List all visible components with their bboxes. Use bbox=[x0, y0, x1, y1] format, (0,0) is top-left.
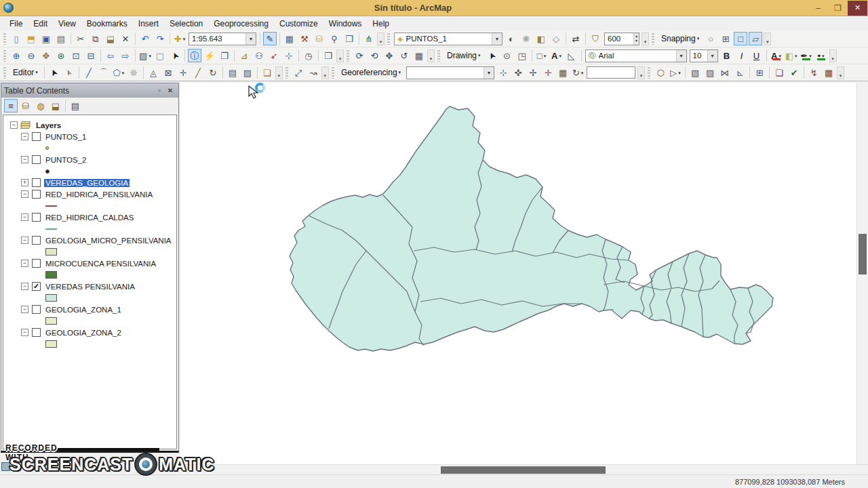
toolbar-overflow-button[interactable]: ▾ bbox=[275, 66, 283, 79]
identify-button[interactable]: ⓘ bbox=[188, 49, 201, 62]
layer-label[interactable]: PUNTOS_1 bbox=[44, 133, 88, 141]
layer-label[interactable]: VEREDAS PENSILVANIA bbox=[44, 283, 136, 291]
error-inspector-button[interactable]: ❏ bbox=[772, 66, 786, 79]
toc-close-button[interactable]: ✕ bbox=[165, 85, 176, 96]
pan-button[interactable]: ✥ bbox=[39, 49, 53, 62]
underline-button[interactable]: U bbox=[750, 49, 764, 62]
toolbar-grip[interactable] bbox=[437, 50, 440, 62]
viewer-window-button[interactable]: ❒ bbox=[321, 49, 335, 62]
snap-end-button[interactable]: ⊞ bbox=[719, 32, 732, 45]
shape-rectangle-button[interactable]: □▾ bbox=[535, 49, 549, 62]
toolbar-overflow-button[interactable]: ▾ bbox=[764, 33, 771, 45]
topology-table-button[interactable]: ▦ bbox=[822, 66, 835, 79]
fixed-zoom-out-button[interactable]: ⊟ bbox=[84, 49, 98, 62]
layer-label[interactable]: GEOLOGIA_ZONA_2 bbox=[44, 329, 123, 337]
snapping-menu[interactable]: Snapping▾ bbox=[657, 33, 703, 45]
toc-pin-button[interactable]: ▫ bbox=[154, 85, 165, 96]
show-shared-features-button[interactable]: ▧ bbox=[688, 66, 702, 79]
vertical-scrollbar[interactable] bbox=[856, 83, 867, 464]
clear-selection-button[interactable]: ▢ bbox=[153, 49, 167, 62]
menu-bookmarks[interactable]: Bookmarks bbox=[81, 18, 133, 30]
minimize-button[interactable]: – bbox=[808, 1, 828, 16]
find-button[interactable]: ⚇ bbox=[252, 49, 266, 62]
toolbar-overflow-button[interactable]: ▾ bbox=[321, 66, 329, 79]
layer-label[interactable]: GEOLOGIA_ZONA_1 bbox=[44, 306, 123, 314]
mark-exception-button[interactable]: ✔ bbox=[787, 66, 801, 79]
menu-help[interactable]: Help bbox=[367, 18, 395, 30]
select-link-button[interactable]: ✜ bbox=[511, 66, 525, 79]
toc-header[interactable]: Table Of Contents ▫ ✕ bbox=[1, 83, 178, 98]
toolbar-overflow-button[interactable]: ▾ bbox=[377, 33, 384, 45]
create-arc-button[interactable]: ⌒ bbox=[97, 66, 111, 79]
menu-file[interactable]: File bbox=[4, 18, 28, 30]
redo-button[interactable]: ↷ bbox=[153, 32, 167, 45]
snap-to-sketch-button[interactable]: ◳ bbox=[515, 49, 529, 62]
spinner-arrows-icon[interactable]: ▴▾ bbox=[633, 33, 639, 45]
layer-symbol-rect[interactable] bbox=[45, 271, 57, 279]
toc-options-button[interactable]: ▤ bbox=[68, 99, 82, 113]
toolbar-overflow-button[interactable]: ▾ bbox=[837, 66, 844, 79]
contrast-button[interactable]: ◐ bbox=[505, 32, 518, 45]
layer-checkbox[interactable] bbox=[32, 213, 41, 222]
toolbar-grip[interactable] bbox=[285, 67, 288, 79]
line-color-button[interactable]: ✒▾ bbox=[800, 49, 813, 62]
create-line-button[interactable]: ╱ bbox=[82, 66, 96, 79]
list-by-source-button[interactable]: ⛁ bbox=[19, 99, 33, 113]
layer-label[interactable]: MICROCUENCA PENSILVANIA bbox=[44, 260, 157, 268]
reshape-edge-button[interactable]: ⋈ bbox=[718, 66, 732, 79]
combo-arrow-icon[interactable]: ▾ bbox=[245, 33, 256, 45]
flicker-rate-button[interactable]: ⛉ bbox=[589, 32, 602, 45]
go-to-xy-button[interactable]: ⊹ bbox=[282, 49, 296, 62]
fill-color-button[interactable]: ◧▾ bbox=[785, 49, 798, 62]
list-by-selection-button[interactable]: ⬓ bbox=[49, 99, 62, 113]
go-back-extent-button[interactable]: ⇦ bbox=[104, 49, 117, 62]
copy-button[interactable]: ⧉ bbox=[89, 32, 102, 45]
zoom-previous-button[interactable]: ⟲ bbox=[368, 49, 381, 62]
swipe-layer-button[interactable]: ◇ bbox=[549, 32, 563, 45]
move-tool-button[interactable]: ✛ bbox=[176, 66, 190, 79]
expand-icon[interactable]: + bbox=[21, 179, 28, 186]
collapse-icon[interactable]: − bbox=[21, 214, 28, 221]
menu-selection[interactable]: Selection bbox=[164, 18, 208, 30]
create-features-button[interactable]: ❏ bbox=[260, 66, 274, 79]
toolbar-overflow-button[interactable]: ▾ bbox=[427, 49, 435, 62]
layers-root-row[interactable]: − Layers bbox=[3, 119, 176, 131]
combo-arrow-icon[interactable]: ▾ bbox=[492, 33, 502, 45]
toolbar-grip[interactable] bbox=[332, 67, 334, 79]
layer-label[interactable]: VEREDAS_GEOLOGIA bbox=[44, 179, 130, 187]
open-project-button[interactable]: ⬒ bbox=[24, 32, 38, 45]
swap-layers-button[interactable]: ⇄ bbox=[569, 32, 583, 45]
layer-checkbox[interactable] bbox=[32, 259, 41, 268]
vertical-scrollbar-thumb[interactable] bbox=[859, 234, 867, 274]
fixed-zoom-in-button[interactable]: ⊡ bbox=[69, 49, 83, 62]
print-button[interactable]: ▤ bbox=[54, 32, 68, 45]
toolbar-overflow-button[interactable]: ▾ bbox=[829, 49, 837, 62]
view-link-table-button[interactable]: ▦ bbox=[556, 66, 570, 79]
select-features-button[interactable]: ▧▾ bbox=[138, 49, 152, 62]
layer-symbol-point[interactable] bbox=[45, 169, 50, 174]
snap-edge-button[interactable]: ▱ bbox=[749, 32, 762, 45]
collapse-icon[interactable]: − bbox=[21, 156, 28, 163]
pan-to-selected-button[interactable]: ✥ bbox=[382, 49, 396, 62]
point-at-intersection-button[interactable]: ❊ bbox=[127, 66, 140, 79]
validate-topology-button[interactable]: ⊞ bbox=[753, 66, 766, 79]
layer-checkbox[interactable] bbox=[32, 190, 41, 199]
edit-tool-button[interactable]: ➤ bbox=[47, 66, 61, 79]
html-popup-button[interactable]: ❐ bbox=[218, 49, 231, 62]
layer-symbol-rect[interactable] bbox=[45, 248, 57, 256]
attributes-button[interactable]: ▤ bbox=[226, 66, 239, 79]
bold-button[interactable]: B bbox=[720, 49, 734, 62]
text-tool-button[interactable]: A▾ bbox=[550, 49, 564, 62]
drawing-menu[interactable]: Drawing▾ bbox=[443, 49, 485, 62]
advanced-edit-1-button[interactable]: ⤢ bbox=[292, 66, 305, 79]
find-route-button[interactable]: ➶ bbox=[267, 49, 281, 62]
collapse-icon[interactable]: − bbox=[21, 329, 28, 336]
collapse-icon[interactable]: − bbox=[21, 190, 28, 198]
layer-symbol-line[interactable] bbox=[45, 205, 57, 207]
collapse-icon[interactable]: − bbox=[21, 260, 28, 267]
construct-polygons-button[interactable]: ⊾ bbox=[733, 66, 747, 79]
layer-checkbox[interactable] bbox=[32, 132, 41, 141]
font-family-combo[interactable]: ⓄArial▾ bbox=[585, 49, 687, 62]
paste-button[interactable]: ⬓ bbox=[104, 32, 117, 45]
toolbar-grip[interactable] bbox=[652, 33, 654, 45]
